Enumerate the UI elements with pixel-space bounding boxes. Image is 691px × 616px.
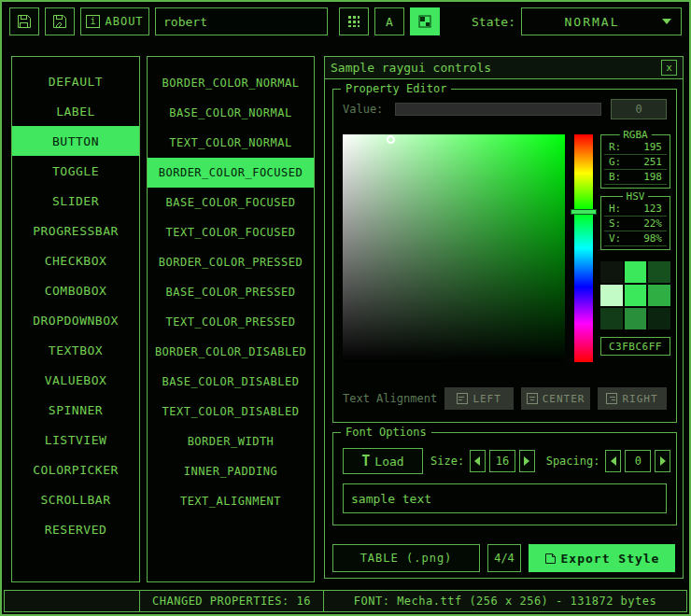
rgba-row-b: B: 198 [604,170,667,185]
property-item-border_color_disabled[interactable]: BORDER_COLOR_DISABLED [148,337,314,367]
control-item-listview[interactable]: LISTVIEW [12,425,139,455]
control-item-default[interactable]: DEFAULT [12,66,139,96]
control-item-slider[interactable]: SLIDER [12,186,139,216]
palette-swatch-0[interactable] [600,261,623,283]
about-button[interactable]: i ABOUT [80,7,149,35]
rgba-row-r: R: 195 [604,140,667,155]
s-key: S: [609,217,621,230]
control-item-button[interactable]: BUTTON [12,126,139,156]
rgba-row-g: G: 251 [604,155,667,170]
font-load-button[interactable]: T Load [343,448,423,474]
property-item-border_width[interactable]: BORDER_WIDTH [148,427,314,456]
hsv-label: HSV [623,190,649,203]
palette-swatch-8[interactable] [648,308,670,329]
property-item-text_color_normal[interactable]: TEXT_COLOR_NORMAL [148,128,314,158]
control-item-toggle[interactable]: TOGGLE [12,156,139,186]
align-center-button[interactable]: CENTER [521,387,590,410]
size-decrease-button[interactable] [470,450,486,472]
control-item-label[interactable]: LABEL [12,96,139,126]
style-preview-button[interactable] [410,7,440,35]
property-item-border_color_focused[interactable]: BORDER_COLOR_FOCUSED [148,158,314,188]
property-item-text_color_disabled[interactable]: TEXT_COLOR_DISABLED [148,397,314,427]
property-editor-label: Property Editor [341,82,451,95]
chevron-right-icon [660,456,666,466]
state-label: State: [472,15,515,29]
align-left-button[interactable]: LEFT [444,387,514,410]
control-item-scrollbar[interactable]: SCROLLBAR [12,484,139,514]
spacing-increase-button[interactable] [655,450,670,472]
floppy-disk-icon [17,14,32,29]
hex-value-box[interactable]: C3FBC6FF [600,337,670,356]
state-dropdown[interactable]: NORMAL [521,7,682,35]
palette-swatch-5[interactable] [648,285,670,306]
property-item-border_color_pressed[interactable]: BORDER_COLOR_PRESSED [148,247,314,277]
property-item-inner_padding[interactable]: INNER_PADDING [148,456,314,486]
property-item-text_color_focused[interactable]: TEXT_COLOR_FOCUSED [148,217,314,247]
sample-text-input[interactable]: sample text [343,483,667,513]
export-style-button[interactable]: Export Style [529,544,675,572]
property-item-text_alignment[interactable]: TEXT_ALIGNMENT [148,486,314,516]
control-item-reserved[interactable]: RESERVED [12,514,139,544]
value-label: Value: [343,103,386,116]
property-item-base_color_normal[interactable]: BASE_COLOR_NORMAL [148,98,314,128]
hsv-row-s: S: 22% [604,217,667,231]
font-atlas-button[interactable]: A [374,7,404,35]
control-item-dropdownbox[interactable]: DROPDOWNBOX [12,305,139,335]
hue-bar[interactable] [574,134,593,362]
close-button[interactable]: x [661,60,677,76]
control-item-checkbox[interactable]: CHECKBOX [12,245,139,275]
style-name-input[interactable] [155,7,328,35]
v-value: 98% [643,232,662,245]
control-item-textbox[interactable]: TEXTBOX [12,335,139,365]
r-key: R: [609,141,621,153]
property-item-text_color_pressed[interactable]: TEXT_COLOR_PRESSED [148,307,314,337]
export-format-button[interactable]: TABLE (.png) [332,544,480,572]
property-item-base_color_focused[interactable]: BASE_COLOR_FOCUSED [148,188,314,217]
size-value-box[interactable]: 16 [489,450,515,472]
sample-window-titlebar: Sample raygui controls x [325,57,683,79]
g-value: 251 [643,156,662,168]
control-item-progressbar[interactable]: PROGRESSBAR [12,216,139,245]
property-item-border_color_normal[interactable]: BORDER_COLOR_NORMAL [148,68,314,98]
g-key: G: [609,156,621,168]
hue-slider-handle[interactable] [571,209,597,215]
align-right-button[interactable]: RIGHT [598,387,667,410]
value-box[interactable]: 0 [611,99,667,119]
save-style-button[interactable] [9,7,39,35]
palette-swatch-4[interactable] [625,285,647,306]
palette-swatch-1[interactable] [625,261,647,283]
value-row: Value: 0 [343,99,667,119]
property-item-base_color_pressed[interactable]: BASE_COLOR_PRESSED [148,277,314,307]
style-table-button[interactable] [339,7,369,35]
control-item-combobox[interactable]: COMBOBOX [12,275,139,305]
floppy-disk-pen-icon [52,14,67,29]
info-icon: i [86,15,100,28]
control-item-valuebox[interactable]: VALUEBOX [12,365,139,395]
palette-swatch-6[interactable] [600,308,623,329]
color-saturation-value-panel[interactable] [343,134,565,362]
palette-swatch-2[interactable] [648,261,670,283]
color-palette-grid [600,261,670,329]
font-options-group: Font Options T Load Size: 16 Spacing: [332,432,677,525]
export-file-icon [544,553,557,565]
palette-swatch-3[interactable] [600,285,623,306]
color-cursor[interactable] [387,135,395,144]
save-as-style-button[interactable] [45,7,75,35]
rgba-label: RGBA [619,129,652,141]
spacing-value-box[interactable]: 0 [625,450,651,472]
control-item-spinner[interactable]: SPINNER [12,395,139,425]
font-options-label: Font Options [341,426,431,439]
pages-value-box[interactable]: 4/4 [487,544,521,572]
b-value: 198 [643,171,662,183]
spacing-decrease-button[interactable] [605,450,621,472]
font-t-icon: T [361,453,370,469]
rgba-group: RGBA R: 195 G: 251 B: 198 [600,134,670,189]
value-box-text: 0 [635,103,642,116]
value-slider[interactable] [395,103,601,116]
chevron-right-icon [524,456,529,466]
size-increase-button[interactable] [519,450,535,472]
property-item-base_color_disabled[interactable]: BASE_COLOR_DISABLED [148,367,314,397]
control-item-colorpicker[interactable]: COLORPICKER [12,455,139,484]
palette-swatch-7[interactable] [625,308,647,329]
close-icon: x [666,62,672,74]
